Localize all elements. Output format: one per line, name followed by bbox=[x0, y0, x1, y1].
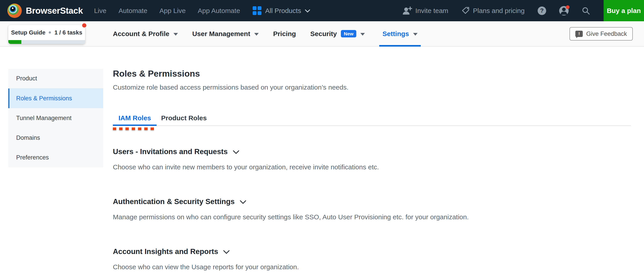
sidebar-item-domains[interactable]: Domains bbox=[8, 128, 103, 148]
help-icon[interactable]: ? bbox=[538, 6, 546, 15]
menu-user-management[interactable]: User Management bbox=[192, 21, 259, 46]
section-header[interactable]: Users - Invitations and Requests bbox=[113, 146, 631, 157]
section-title: Users - Invitations and Requests bbox=[113, 146, 228, 157]
main-content: Roles & Permissions Customize role based… bbox=[113, 47, 631, 272]
sidebar-item-roles-permissions[interactable]: Roles & Permissions bbox=[8, 89, 103, 108]
section-title: Authentication & Security Settings bbox=[113, 196, 235, 207]
menu-settings[interactable]: Settings bbox=[379, 21, 420, 46]
chevron-down-icon bbox=[233, 150, 240, 154]
section-description: Choose who can view the Usage reports fo… bbox=[113, 263, 631, 272]
nav-live[interactable]: Live bbox=[94, 7, 106, 14]
caret-down-icon bbox=[360, 33, 365, 36]
menu-label: Account & Profile bbox=[113, 30, 170, 38]
menu-label: Pricing bbox=[273, 30, 296, 38]
give-feedback-label: Give Feedback bbox=[586, 30, 627, 37]
setup-guide-row: Setup Guide 1 / 6 tasks bbox=[8, 25, 85, 40]
section-description: Choose who can invite new members to you… bbox=[113, 163, 631, 172]
sidebar-item-label: Tunnel Management bbox=[16, 115, 72, 122]
invite-team-button[interactable]: Invite team bbox=[402, 6, 448, 15]
pricing-tag-icon bbox=[461, 6, 470, 15]
notification-dot bbox=[82, 23, 86, 27]
search-icon[interactable] bbox=[582, 6, 590, 15]
section-account-insights: Account Insights and Reports Choose who … bbox=[113, 246, 631, 272]
brand-name: BrowserStack bbox=[26, 6, 83, 16]
sidebar-item-label: Preferences bbox=[16, 154, 49, 161]
chevron-down-icon bbox=[305, 9, 310, 13]
page-subtitle: Customize role based access permissions … bbox=[113, 83, 631, 92]
nav-automate[interactable]: Automate bbox=[118, 7, 147, 14]
section-description: Manage permissions on who can configure … bbox=[113, 213, 631, 222]
annotation-dashed-underline bbox=[113, 128, 156, 130]
settings-menu: Account & Profile User Management Pricin… bbox=[113, 21, 421, 46]
feedback-icon: ! bbox=[575, 31, 583, 37]
caret-down-icon bbox=[174, 33, 178, 36]
setup-guide-progress-text: 1 / 6 tasks bbox=[54, 29, 82, 36]
menu-label: User Management bbox=[192, 30, 250, 38]
dot-separator-icon bbox=[49, 31, 51, 34]
nav-app-automate[interactable]: App Automate bbox=[198, 7, 240, 14]
caret-down-icon bbox=[254, 33, 259, 36]
invite-team-icon bbox=[402, 6, 412, 15]
setup-guide-title: Setup Guide bbox=[11, 29, 45, 36]
notification-dot bbox=[566, 5, 570, 9]
section-title: Account Insights and Reports bbox=[113, 246, 218, 257]
buy-plan-button[interactable]: Buy a plan bbox=[604, 0, 644, 21]
give-feedback-button[interactable]: ! Give Feedback bbox=[570, 27, 633, 40]
browserstack-logo-icon bbox=[8, 3, 22, 18]
new-badge: New bbox=[341, 30, 356, 37]
plans-pricing-button[interactable]: Plans and pricing bbox=[461, 6, 524, 15]
brand[interactable]: BrowserStack bbox=[8, 3, 83, 18]
top-navbar: BrowserStack Live Automate App Live App … bbox=[0, 0, 644, 21]
account-avatar[interactable] bbox=[559, 6, 568, 15]
setup-guide-card[interactable]: Setup Guide 1 / 6 tasks bbox=[8, 25, 85, 44]
section-authentication-security: Authentication & Security Settings Manag… bbox=[113, 196, 631, 222]
sidebar-item-product[interactable]: Product bbox=[8, 69, 103, 89]
tab-iam-roles[interactable]: IAM Roles bbox=[113, 114, 156, 126]
section-header[interactable]: Account Insights and Reports bbox=[113, 246, 631, 257]
menu-label: Security bbox=[310, 30, 337, 38]
sidebar-item-tunnel-management[interactable]: Tunnel Management bbox=[8, 108, 103, 128]
settings-sidebar: Product Roles & Permissions Tunnel Manag… bbox=[8, 69, 103, 167]
tab-product-roles[interactable]: Product Roles bbox=[161, 114, 207, 126]
menu-account-profile[interactable]: Account & Profile bbox=[113, 21, 178, 46]
menu-label: Settings bbox=[382, 30, 409, 38]
section-users-invitations: Users - Invitations and Requests Choose … bbox=[113, 146, 631, 172]
caret-down-icon bbox=[413, 33, 418, 36]
menu-pricing[interactable]: Pricing bbox=[273, 21, 296, 46]
product-links: Live Automate App Live App Automate bbox=[94, 7, 240, 14]
chevron-down-icon bbox=[240, 200, 246, 204]
navbar-actions: Invite team Plans and pricing ? bbox=[402, 6, 590, 15]
roles-tabs: IAM Roles Product Roles bbox=[113, 114, 631, 126]
page: BrowserStack Live Automate App Live App … bbox=[0, 0, 644, 280]
invite-team-label: Invite team bbox=[415, 7, 448, 14]
setup-progress-fill bbox=[8, 40, 21, 44]
section-header[interactable]: Authentication & Security Settings bbox=[113, 196, 631, 207]
menu-security[interactable]: Security New bbox=[310, 21, 365, 46]
setup-progress-bar bbox=[8, 40, 85, 44]
grid-icon bbox=[253, 6, 262, 15]
chevron-down-icon bbox=[223, 250, 230, 254]
nav-app-live[interactable]: App Live bbox=[160, 7, 186, 14]
sidebar-item-label: Roles & Permissions bbox=[16, 95, 72, 102]
page-title: Roles & Permissions bbox=[113, 68, 631, 79]
all-products-menu[interactable]: All Products bbox=[253, 6, 310, 15]
sidebar-item-preferences[interactable]: Preferences bbox=[8, 148, 103, 167]
plans-pricing-label: Plans and pricing bbox=[473, 7, 524, 14]
all-products-label: All Products bbox=[265, 7, 301, 14]
sidebar-item-label: Domains bbox=[16, 135, 40, 141]
sidebar-item-label: Product bbox=[16, 75, 37, 82]
secondary-navbar: Setup Guide 1 / 6 tasks Account & Profil… bbox=[0, 21, 644, 47]
